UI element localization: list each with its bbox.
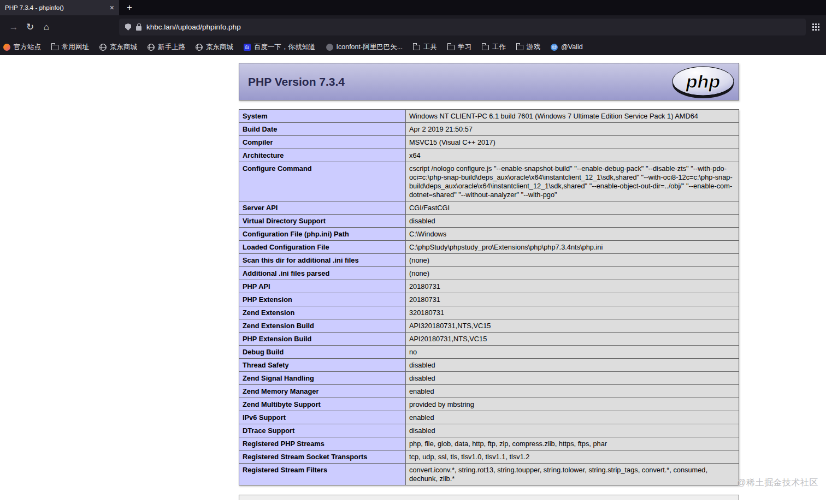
info-value: disabled <box>406 215 739 228</box>
bookmark-item[interactable]: 官方站点 <box>3 43 41 52</box>
info-label: Zend Signal Handling <box>239 372 406 385</box>
bookmark-item[interactable]: 常用网址 <box>51 43 89 52</box>
info-value: x64 <box>406 149 739 162</box>
info-row: Scan this dir for additional .ini files … <box>239 254 739 267</box>
info-row: DTrace Support disabled <box>239 424 739 437</box>
info-value: C:\Windows <box>406 228 739 241</box>
home-icon[interactable]: ⌂ <box>38 22 55 33</box>
info-row: PHP API 20180731 <box>239 280 739 293</box>
bookmark-item[interactable]: 百 百度一下，你就知道 <box>244 43 316 52</box>
info-value: convert.iconv.*, string.rot13, string.to… <box>406 464 739 485</box>
info-label: Configure Command <box>239 162 406 201</box>
next-table-top-edge <box>239 495 739 500</box>
bookmark-favicon-icon <box>99 44 107 51</box>
info-label: Additional .ini files parsed <box>239 267 406 280</box>
bookmark-item[interactable]: 京东商城 <box>196 43 233 52</box>
info-row: System Windows NT CLIENT-PC 6.1 build 76… <box>239 110 739 123</box>
bookmark-item[interactable]: 工具 <box>413 43 437 52</box>
info-value: 20180731 <box>406 280 739 293</box>
info-label: Zend Extension Build <box>239 319 406 333</box>
info-row: Configure Command cscript /nologo config… <box>239 162 739 201</box>
info-row: Registered Stream Filters convert.iconv.… <box>239 464 739 485</box>
info-value: tcp, udp, ssl, tls, tlsv1.0, tlsv1.1, tl… <box>406 450 739 464</box>
url-text: khbc.lan//upload/phpinfo.php <box>146 23 241 31</box>
info-label: Zend Multibyte Support <box>239 398 406 411</box>
bookmark-item[interactable]: 游戏 <box>516 43 540 52</box>
browser-tab[interactable]: PHP 7.3.4 - phpinfo() × <box>0 0 119 15</box>
info-value: disabled <box>406 372 739 385</box>
new-tab-button[interactable]: + <box>119 0 140 15</box>
info-row: Build Date Apr 2 2019 21:50:57 <box>239 123 739 136</box>
info-label: Registered Stream Filters <box>239 464 406 485</box>
tab-bar: PHP 7.3.4 - phpinfo() × + <box>0 0 826 15</box>
bookmark-favicon-icon: @ <box>551 44 558 51</box>
bookmark-favicon-icon <box>148 44 155 51</box>
info-row: Zend Extension Build API320180731,NTS,VC… <box>239 319 739 333</box>
bookmark-item[interactable]: 新手上路 <box>148 43 185 52</box>
bookmark-item[interactable]: 工作 <box>482 43 506 52</box>
lock-icon[interactable] <box>136 26 141 31</box>
info-row: Configuration File (php.ini) Path C:\Win… <box>239 228 739 241</box>
bookmark-favicon-icon <box>326 44 333 51</box>
forward-arrow-icon[interactable]: → <box>5 22 22 33</box>
info-row: Registered PHP Streams php, file, glob, … <box>239 437 739 450</box>
reload-icon[interactable]: ↻ <box>22 21 38 33</box>
bookmark-item[interactable]: Iconfont-阿里巴巴矢... <box>326 43 403 52</box>
info-value: Windows NT CLIENT-PC 6.1 build 7601 (Win… <box>406 110 739 123</box>
info-label: Zend Extension <box>239 306 406 319</box>
extensions-grid-icon[interactable] <box>812 23 814 25</box>
bookmark-label: @Valid <box>561 43 583 51</box>
bookmark-item[interactable]: 学习 <box>447 43 471 52</box>
info-label: Server API <box>239 201 406 215</box>
info-value: no <box>406 346 739 359</box>
info-row: Virtual Directory Support disabled <box>239 215 739 228</box>
info-value: 20180731 <box>406 293 739 306</box>
bookmark-label: 游戏 <box>527 43 540 52</box>
navigation-bar: → ↻ ⌂ khbc.lan//upload/phpinfo.php <box>0 15 826 39</box>
info-value: CGI/FastCGI <box>406 201 739 215</box>
info-label: PHP Extension Build <box>239 333 406 346</box>
bookmark-favicon-icon <box>482 45 489 50</box>
bookmark-favicon-icon <box>447 45 455 50</box>
tracking-shield-icon[interactable] <box>125 23 131 31</box>
bookmark-item[interactable]: 京东商城 <box>99 43 137 52</box>
info-value: provided by mbstring <box>406 398 739 411</box>
bookmark-item[interactable]: @ @Valid <box>551 43 583 51</box>
bookmark-label: 工作 <box>492 43 506 52</box>
info-label: Thread Safety <box>239 359 406 372</box>
info-row: Architecture x64 <box>239 149 739 162</box>
info-label: PHP API <box>239 280 406 293</box>
bookmark-favicon-icon <box>413 45 420 50</box>
bookmark-label: 工具 <box>423 43 437 52</box>
info-label: Build Date <box>239 123 406 136</box>
info-row: Zend Multibyte Support provided by mbstr… <box>239 398 739 411</box>
info-label: Scan this dir for additional .ini files <box>239 254 406 267</box>
page-title: PHP Version 7.3.4 <box>248 75 345 88</box>
bookmark-favicon-icon <box>3 44 10 51</box>
info-label: PHP Extension <box>239 293 406 306</box>
info-value: (none) <box>406 254 739 267</box>
info-row: PHP Extension Build API20180731,NTS,VC15 <box>239 333 739 346</box>
info-value: C:\phpStudy\phpstudy_pro\Extensions\php\… <box>406 241 739 254</box>
info-row: Thread Safety disabled <box>239 359 739 372</box>
php-logo[interactable]: php <box>671 65 735 102</box>
bookmark-label: 百度一下，你就知道 <box>254 43 316 52</box>
info-value: Apr 2 2019 21:50:57 <box>406 123 739 136</box>
info-label: IPv6 Support <box>239 411 406 424</box>
info-value: API20180731,NTS,VC15 <box>406 333 739 346</box>
info-label: Loaded Configuration File <box>239 241 406 254</box>
info-label: Compiler <box>239 136 406 149</box>
info-value: disabled <box>406 359 739 372</box>
tab-close-icon[interactable]: × <box>110 3 114 12</box>
info-label: Zend Memory Manager <box>239 385 406 398</box>
url-bar[interactable]: khbc.lan//upload/phpinfo.php <box>119 19 806 35</box>
info-row: Loaded Configuration File C:\phpStudy\ph… <box>239 241 739 254</box>
info-value: cscript /nologo configure.js "--enable-s… <box>406 162 739 201</box>
info-row: IPv6 Support enabled <box>239 411 739 424</box>
phpinfo-header: PHP Version 7.3.4 php <box>239 63 739 100</box>
bookmark-label: 京东商城 <box>206 43 233 52</box>
watermark-text: @稀土掘金技术社区 <box>737 477 818 489</box>
info-label: Architecture <box>239 149 406 162</box>
info-label: Configuration File (php.ini) Path <box>239 228 406 241</box>
info-value: 320180731 <box>406 306 739 319</box>
